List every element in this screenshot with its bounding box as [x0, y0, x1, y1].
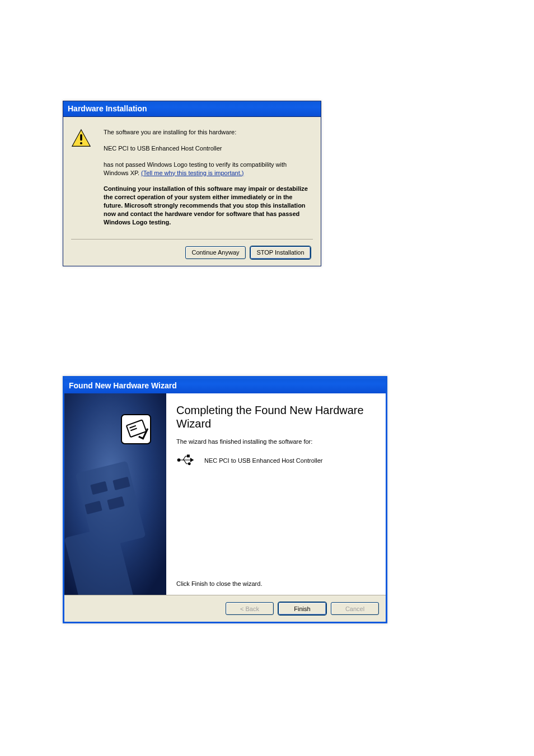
warning-text: Continuing your installation of this sof…	[104, 185, 313, 226]
wizard-sidebar-image	[64, 393, 166, 595]
svg-point-18	[188, 463, 190, 465]
device-name: NEC PCI to USB Enhanced Host Controller	[104, 144, 313, 153]
intro-text: The software you are installing for this…	[104, 128, 313, 137]
svg-rect-1	[80, 134, 82, 141]
svg-point-2	[80, 142, 82, 144]
warning-icon	[71, 128, 93, 227]
separator	[71, 239, 313, 240]
svg-marker-15	[191, 458, 194, 462]
wizard-heading: Completing the Found New Hardware Wizard	[176, 403, 374, 430]
back-button: < Back	[226, 602, 274, 615]
device-name: NEC PCI to USB Enhanced Host Controller	[204, 457, 323, 464]
tell-me-why-link[interactable]: (Tell me why this testing is important.)	[141, 170, 243, 176]
titlebar[interactable]: Found New Hardware Wizard	[64, 378, 386, 393]
found-new-hardware-wizard-dialog: Found New Hardware Wizard	[63, 376, 387, 623]
stop-installation-button[interactable]: STOP Installation	[250, 246, 311, 259]
usb-icon	[176, 453, 196, 468]
dialog-body: The software you are installing for this…	[63, 117, 321, 266]
svg-rect-17	[188, 455, 190, 457]
svg-point-16	[177, 459, 180, 462]
window-title: Found New Hardware Wizard	[69, 381, 177, 390]
wizard-subtext: The wizard has finished installing the s…	[176, 438, 374, 445]
not-passed-text: has not passed Windows Logo testing to v…	[104, 161, 313, 177]
continue-anyway-button[interactable]: Continue Anyway	[185, 246, 246, 259]
device-row: NEC PCI to USB Enhanced Host Controller	[176, 453, 374, 468]
wizard-footer-text: Click Finish to close the wizard.	[176, 580, 374, 589]
finish-button[interactable]: Finish	[278, 602, 326, 615]
hardware-installation-dialog: Hardware Installation The software you a…	[63, 101, 321, 266]
cancel-button: Cancel	[331, 602, 379, 615]
window-title: Hardware Installation	[68, 104, 147, 113]
titlebar[interactable]: Hardware Installation	[63, 101, 321, 117]
